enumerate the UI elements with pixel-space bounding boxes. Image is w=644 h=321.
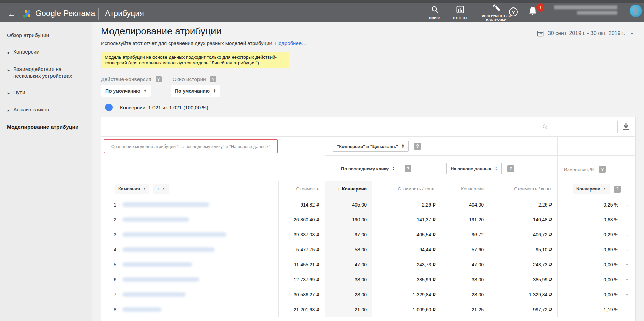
topbar-nav-reports[interactable]: ОТЧЕТЫ (448, 6, 473, 20)
change-value: 0,00 % (603, 292, 618, 297)
google-ads-logo-icon (22, 9, 32, 20)
row-number: 7 (101, 292, 116, 297)
change-cell: 1,19 %↑ (557, 302, 636, 317)
help-question-icon[interactable]: ? (614, 186, 621, 193)
column-label[interactable]: Стоимость / конв. (514, 186, 552, 192)
download-icon (622, 122, 630, 131)
cost-per-conv-dbm-cell: 243,73 ₽ (489, 257, 557, 272)
updown-arrows-icon: ▲▼ (495, 167, 497, 171)
chevron-down-icon: ▼ (144, 89, 147, 93)
redacted-text-line (554, 5, 617, 9)
row-number: 4 (101, 247, 116, 253)
change-cell: -0,69 %↓ (557, 242, 636, 257)
column-label[interactable]: Стоимость / конв. (398, 186, 436, 192)
change-cell: -0,29 %↓ (557, 227, 636, 242)
empty-header-cell (557, 137, 636, 156)
campaign-cell: 3 (101, 227, 278, 242)
lookback-window-label: Окно истории (173, 76, 206, 82)
conversions-cell: 23,00 (325, 287, 372, 302)
model-left-dropdown[interactable]: По последнему клику ▲▼ (337, 163, 399, 174)
back-arrow-icon[interactable]: ← (6, 9, 17, 20)
table-search-input[interactable] (539, 121, 618, 133)
campaign-link-redacted[interactable] (122, 202, 209, 207)
conversions-dbm-cell: 404,00 (441, 197, 489, 212)
campaign-link-redacted[interactable] (122, 277, 199, 282)
campaign-cell: 4 (101, 242, 278, 257)
help-question-icon[interactable]: ? (599, 166, 606, 173)
change-neutral-icon: ◆ (623, 278, 631, 281)
conversions-dbm-column-header: Конверсии (441, 181, 489, 197)
sidebar-item[interactable]: ►Взаимодействия на нескольких устройства… (7, 66, 87, 79)
help-icon[interactable]: ? (509, 7, 518, 16)
conversions-cell: 97,00 (325, 227, 372, 242)
campaign-cell: 1 (101, 197, 278, 212)
sidebar-item[interactable]: Моделирование атрибуции (7, 124, 87, 131)
change-neutral-icon: ◆ (623, 263, 631, 266)
campaign-link-redacted[interactable] (122, 262, 192, 267)
cost-per-conv-column-header: Стоимость / конв. (372, 181, 441, 197)
change-up-icon: ↑ (623, 307, 631, 312)
sidebar-item[interactable]: ►Пути (7, 89, 87, 97)
metric-selector-dropdown[interactable]: "Конверсии" и "Цена/конв." ▲▼ (333, 141, 409, 152)
sort-desc-icon: ↓ (338, 186, 340, 192)
empty-header-cell (441, 137, 557, 156)
conversion-action-dropdown[interactable]: По умолчанию ▼ (101, 85, 151, 97)
change-cell: -0,25 %↓ (557, 197, 636, 212)
topbar-strip (0, 0, 644, 3)
help-question-icon[interactable]: ? (210, 76, 216, 82)
table-body: 1914,82 ₽405,002,26 ₽404,002,26 ₽-0,25 %… (101, 197, 635, 317)
nav-label: ПОИСК (429, 16, 441, 20)
avatar[interactable] (630, 5, 642, 17)
conversions-dbm-cell: 57,60 (441, 242, 489, 257)
tools-icon (492, 4, 500, 13)
subtitle-text: Используйте этот отчет для сравнения дву… (101, 40, 274, 46)
main-content: 30 сент. 2019 г. - 30 окт. 2019 г. ▼ Мод… (92, 22, 644, 321)
row-number: 8 (101, 307, 116, 312)
change-metric-dropdown[interactable]: Конверсии ▼ (573, 184, 610, 194)
download-button[interactable] (622, 122, 630, 133)
help-question-icon[interactable]: ? (156, 76, 162, 82)
nav-label: ОТЧЕТЫ (453, 16, 467, 20)
column-label[interactable]: Конверсии (461, 186, 484, 192)
sidebar-item[interactable]: Обзор атрибуции (7, 32, 87, 39)
metric-selector-cell: "Конверсии" и "Цена/конв." ▲▼ ? (325, 137, 441, 156)
help-question-icon[interactable]: ? (414, 143, 421, 150)
cost-per-conv-dbm-cell: 406,72 ₽ (489, 227, 557, 242)
notice-banner: Модель атрибуции на основе данных подход… (101, 52, 289, 68)
table-row: 226 860,40 ₽190,00141,37 ₽191,20140,48 ₽… (101, 212, 635, 227)
model-right-dropdown[interactable]: На основе данных ▲▼ (446, 163, 502, 174)
table-row: 511 455,21 ₽47,00243,73 ₽47,00243,73 ₽0,… (101, 257, 635, 272)
column-label[interactable]: Стоимость (296, 186, 319, 192)
campaign-link-redacted[interactable] (122, 232, 226, 237)
change-value: 0,00 % (603, 277, 618, 282)
campaign-link-redacted[interactable] (122, 292, 186, 297)
cost-per-conv-dbm-cell: 385,99 ₽ (489, 272, 557, 287)
table-row: 45 477,75 ₽58,0094,44 ₽57,6095,10 ₽-0,69… (101, 242, 635, 257)
learn-more-link[interactable]: Подробнее… (275, 40, 307, 46)
change-down-icon: ↓ (623, 247, 631, 252)
topbar-nav-search[interactable]: ПОИСК (422, 6, 448, 20)
date-range-picker[interactable]: 30 сент. 2019 г. - 30 окт. 2019 г. ▼ (537, 30, 634, 37)
add-column-button[interactable]: + ▼ (153, 184, 169, 194)
help-question-icon[interactable]: ? (507, 165, 514, 172)
page-subtitle: Используйте этот отчет для сравнения дву… (101, 40, 307, 46)
cost-per-conv-cell: 405,54 ₽ (372, 227, 441, 242)
topbar-divider (98, 8, 99, 20)
change-cell: 0,00 %◆ (557, 257, 636, 272)
campaign-cell: 5 (101, 257, 278, 272)
help-question-icon[interactable]: ? (405, 165, 411, 172)
campaign-link-redacted[interactable] (122, 217, 189, 222)
campaign-column-dropdown[interactable]: Кампания ▼ (115, 184, 149, 194)
sidebar-item[interactable]: ►Конверсии (7, 48, 87, 56)
table-column-headers: Кампания ▼ + ▼ Стоимость ↓ Конверсии (101, 181, 635, 197)
lookback-window-dropdown[interactable]: По умолчанию ▲▼ (171, 85, 220, 97)
sidebar-item[interactable]: ►Анализ кликов (7, 106, 87, 114)
column-label[interactable]: Конверсии (342, 186, 367, 192)
campaign-link-redacted[interactable] (122, 307, 162, 312)
conversions-cell: 21,00 (325, 302, 372, 317)
expand-arrow-icon: ► (7, 49, 10, 56)
search-icon (542, 124, 548, 130)
notifications-button[interactable]: ! (528, 6, 544, 19)
filter-labels-row: Действие-конверсия ? Окно истории ? (101, 76, 216, 82)
campaign-link-redacted[interactable] (122, 247, 215, 252)
